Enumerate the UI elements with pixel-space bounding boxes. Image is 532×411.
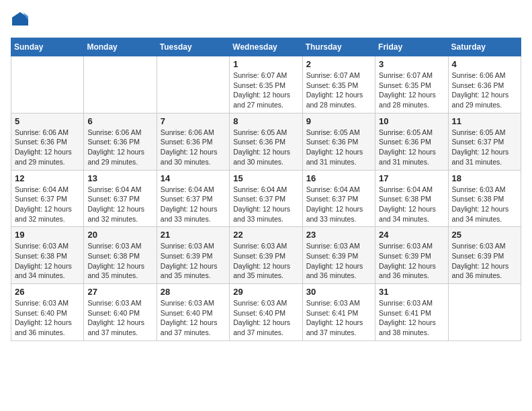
day-info: Daylight: 12 hours and 31 minutes. <box>379 147 444 167</box>
calendar-cell: 15Sunrise: 6:04 AMSunset: 6:37 PMDayligh… <box>230 170 302 227</box>
calendar-cell: 28Sunrise: 6:03 AMSunset: 6:40 PMDayligh… <box>157 284 229 341</box>
day-number: 18 <box>452 173 517 183</box>
calendar-cell: 5Sunrise: 6:06 AMSunset: 6:36 PMDaylight… <box>11 113 84 170</box>
day-info: Daylight: 12 hours and 34 minutes. <box>15 261 80 281</box>
day-info: Daylight: 12 hours and 31 minutes. <box>452 147 517 167</box>
day-number: 4 <box>452 59 517 69</box>
day-number: 29 <box>233 287 298 297</box>
day-info: Daylight: 12 hours and 34 minutes. <box>379 204 444 224</box>
calendar-cell: 22Sunrise: 6:03 AMSunset: 6:39 PMDayligh… <box>230 227 302 284</box>
calendar-cell: 13Sunrise: 6:04 AMSunset: 6:37 PMDayligh… <box>84 170 157 227</box>
day-info: Sunrise: 6:04 AM <box>161 185 226 195</box>
day-number: 24 <box>379 230 444 240</box>
header-day-wednesday: Wednesday <box>230 38 302 56</box>
day-number: 7 <box>161 116 226 126</box>
day-info: Sunrise: 6:06 AM <box>452 71 517 81</box>
day-info: Sunrise: 6:05 AM <box>233 128 298 138</box>
day-info: Daylight: 12 hours and 29 minutes. <box>87 147 152 167</box>
day-info: Daylight: 12 hours and 37 minutes. <box>87 318 152 337</box>
day-info: Sunset: 6:39 PM <box>161 251 226 261</box>
day-number: 10 <box>379 116 444 126</box>
calendar-cell <box>157 56 229 113</box>
day-info: Sunrise: 6:07 AM <box>233 71 298 81</box>
calendar-cell: 2Sunrise: 6:07 AMSunset: 6:35 PMDaylight… <box>302 56 375 113</box>
day-info: Sunset: 6:35 PM <box>233 81 298 91</box>
calendar-cell: 23Sunrise: 6:03 AMSunset: 6:39 PMDayligh… <box>302 227 375 284</box>
day-info: Sunrise: 6:03 AM <box>452 185 517 195</box>
day-number: 23 <box>306 230 371 240</box>
day-info: Sunset: 6:37 PM <box>306 194 371 204</box>
day-info: Daylight: 12 hours and 30 minutes. <box>233 147 298 167</box>
day-info: Daylight: 12 hours and 32 minutes. <box>87 204 152 224</box>
day-number: 16 <box>306 173 371 183</box>
day-info: Sunset: 6:41 PM <box>306 308 371 318</box>
day-info: Daylight: 12 hours and 35 minutes. <box>233 261 298 281</box>
day-info: Sunrise: 6:04 AM <box>87 185 152 195</box>
calendar-cell: 8Sunrise: 6:05 AMSunset: 6:36 PMDaylight… <box>230 113 302 170</box>
day-number: 3 <box>379 59 444 69</box>
calendar-header: SundayMondayTuesdayWednesdayThursdayFrid… <box>11 38 521 56</box>
day-info: Sunrise: 6:03 AM <box>15 298 80 308</box>
day-number: 11 <box>452 116 517 126</box>
day-info: Daylight: 12 hours and 37 minutes. <box>306 318 371 337</box>
day-info: Sunrise: 6:06 AM <box>15 128 80 138</box>
day-info: Sunrise: 6:05 AM <box>452 128 517 138</box>
day-info: Daylight: 12 hours and 33 minutes. <box>306 204 371 224</box>
day-number: 28 <box>161 287 226 297</box>
day-number: 17 <box>379 173 444 183</box>
logo <box>11 11 31 30</box>
day-info: Daylight: 12 hours and 28 minutes. <box>379 90 444 109</box>
calendar-week-4: 19Sunrise: 6:03 AMSunset: 6:38 PMDayligh… <box>11 227 521 284</box>
day-info: Sunset: 6:35 PM <box>306 81 371 91</box>
day-info: Daylight: 12 hours and 34 minutes. <box>452 204 517 224</box>
day-info: Daylight: 12 hours and 37 minutes. <box>233 318 298 337</box>
day-number: 1 <box>233 59 298 69</box>
day-info: Sunrise: 6:04 AM <box>379 185 444 195</box>
day-info: Daylight: 12 hours and 33 minutes. <box>233 204 298 224</box>
day-info: Sunset: 6:38 PM <box>15 251 80 261</box>
day-info: Daylight: 12 hours and 31 minutes. <box>306 147 371 167</box>
header-day-tuesday: Tuesday <box>157 38 229 56</box>
logo-icon <box>11 11 30 30</box>
day-number: 6 <box>87 116 152 126</box>
day-info: Sunset: 6:36 PM <box>87 137 152 147</box>
day-info: Daylight: 12 hours and 32 minutes. <box>15 204 80 224</box>
day-info: Daylight: 12 hours and 36 minutes. <box>15 318 80 337</box>
day-info: Sunrise: 6:03 AM <box>87 298 152 308</box>
day-info: Daylight: 12 hours and 36 minutes. <box>452 261 517 281</box>
day-info: Sunrise: 6:07 AM <box>379 71 444 81</box>
day-info: Sunrise: 6:07 AM <box>306 71 371 81</box>
day-info: Sunset: 6:41 PM <box>379 308 444 318</box>
svg-marker-0 <box>12 12 28 26</box>
calendar-cell: 20Sunrise: 6:03 AMSunset: 6:38 PMDayligh… <box>84 227 157 284</box>
day-info: Sunrise: 6:03 AM <box>87 241 152 251</box>
calendar-cell: 16Sunrise: 6:04 AMSunset: 6:37 PMDayligh… <box>302 170 375 227</box>
day-info: Sunset: 6:38 PM <box>87 251 152 261</box>
calendar-week-2: 5Sunrise: 6:06 AMSunset: 6:36 PMDaylight… <box>11 113 521 170</box>
header-day-sunday: Sunday <box>11 38 84 56</box>
day-info: Daylight: 12 hours and 35 minutes. <box>161 261 226 281</box>
calendar-cell: 3Sunrise: 6:07 AMSunset: 6:35 PMDaylight… <box>375 56 448 113</box>
day-info: Sunset: 6:40 PM <box>233 308 298 318</box>
day-info: Daylight: 12 hours and 36 minutes. <box>306 261 371 281</box>
day-info: Sunset: 6:37 PM <box>233 194 298 204</box>
day-info: Daylight: 12 hours and 30 minutes. <box>161 147 226 167</box>
day-info: Sunrise: 6:06 AM <box>87 128 152 138</box>
day-number: 25 <box>452 230 517 240</box>
day-info: Sunset: 6:37 PM <box>15 194 80 204</box>
header-day-friday: Friday <box>375 38 448 56</box>
day-info: Sunrise: 6:03 AM <box>15 241 80 251</box>
page-header <box>11 11 521 30</box>
day-number: 26 <box>15 287 80 297</box>
day-number: 2 <box>306 59 371 69</box>
day-info: Sunset: 6:37 PM <box>161 194 226 204</box>
calendar-cell: 29Sunrise: 6:03 AMSunset: 6:40 PMDayligh… <box>230 284 302 341</box>
day-number: 22 <box>233 230 298 240</box>
calendar-cell: 17Sunrise: 6:04 AMSunset: 6:38 PMDayligh… <box>375 170 448 227</box>
header-day-thursday: Thursday <box>302 38 375 56</box>
day-info: Sunrise: 6:05 AM <box>306 128 371 138</box>
day-number: 19 <box>15 230 80 240</box>
day-number: 27 <box>87 287 152 297</box>
calendar-cell: 4Sunrise: 6:06 AMSunset: 6:36 PMDaylight… <box>448 56 521 113</box>
day-info: Sunset: 6:36 PM <box>233 137 298 147</box>
